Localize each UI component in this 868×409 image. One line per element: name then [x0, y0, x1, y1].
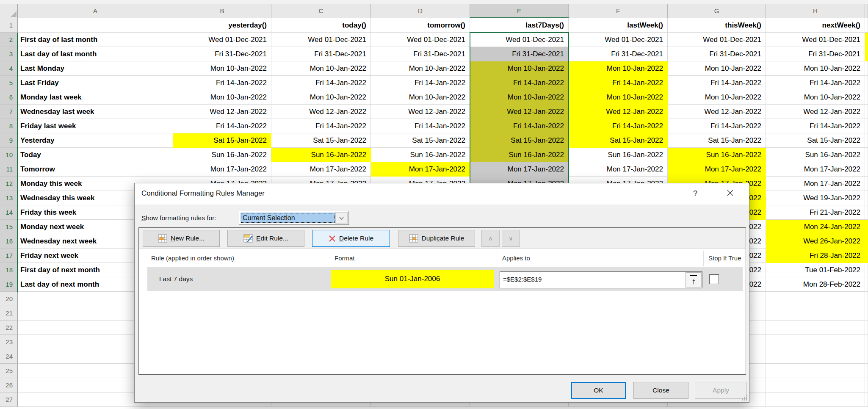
cell-A1[interactable] — [18, 18, 173, 33]
cell-F9[interactable]: Sat 15-Jan-2022 — [569, 133, 668, 148]
cell-I10[interactable] — [865, 148, 868, 162]
cell-A5[interactable]: Last Friday — [18, 76, 173, 90]
cell-C4[interactable]: Mon 10-Jan-2022 — [271, 61, 371, 76]
cell-H4[interactable]: Mon 10-Jan-2022 — [766, 61, 865, 76]
cell-D7[interactable]: Wed 12-Jan-2022 — [371, 105, 470, 119]
ok-button[interactable]: OK — [571, 382, 626, 399]
cell-E7[interactable]: Wed 12-Jan-2022 — [470, 105, 569, 119]
cell-G1[interactable]: thisWeek() — [668, 18, 766, 33]
cell-H18[interactable]: Tue 01-Feb-2022 — [766, 263, 865, 277]
cell-C7[interactable]: Wed 12-Jan-2022 — [271, 105, 371, 119]
cell-I15[interactable] — [865, 220, 868, 234]
cell-A9[interactable]: Yesterday — [18, 133, 173, 148]
cell-F11[interactable]: Mon 17-Jan-2022 — [569, 162, 668, 177]
cell-C11[interactable]: Mon 17-Jan-2022 — [271, 162, 371, 177]
cell-I26[interactable] — [865, 378, 868, 392]
cell-I24[interactable] — [865, 349, 868, 364]
row-header-10[interactable]: 10 — [0, 148, 18, 162]
row-header-27[interactable]: 27 — [0, 392, 18, 407]
column-header-E[interactable]: E — [470, 4, 569, 18]
row-header-25[interactable]: 25 — [0, 364, 18, 378]
cell-I2[interactable] — [865, 33, 868, 47]
cell-C3[interactable]: Fri 31-Dec-2021 — [271, 47, 371, 61]
cell-I21[interactable] — [865, 306, 868, 321]
cell-A2[interactable]: First day of last month — [18, 33, 173, 47]
move-rule-down-button[interactable]: ∨ — [502, 230, 520, 247]
row-header-18[interactable]: 18 — [0, 263, 18, 277]
cell-H14[interactable]: Fri 21-Jan-2022 — [766, 205, 865, 220]
cell-I11[interactable] — [865, 162, 868, 177]
row-header-23[interactable]: 23 — [0, 335, 18, 349]
column-header-partial[interactable] — [865, 4, 868, 18]
cell-H27[interactable] — [766, 392, 865, 407]
cell-G6[interactable]: Mon 10-Jan-2022 — [668, 90, 766, 105]
cell-I13[interactable] — [865, 191, 868, 205]
row-header-14[interactable]: 14 — [0, 205, 18, 220]
row-header-22[interactable]: 22 — [0, 321, 18, 335]
cell-C1[interactable]: today() — [271, 18, 371, 33]
cell-F3[interactable]: Fri 31-Dec-2021 — [569, 47, 668, 61]
new-rule-button[interactable]: New Rule... — [143, 230, 220, 247]
cell-G3[interactable]: Fri 31-Dec-2021 — [668, 47, 766, 61]
combo-dropdown-button[interactable] — [335, 212, 348, 224]
cell-H11[interactable]: Mon 17-Jan-2022 — [766, 162, 865, 177]
cell-F6[interactable]: Mon 10-Jan-2022 — [569, 90, 668, 105]
cell-C6[interactable]: Mon 10-Jan-2022 — [271, 90, 371, 105]
cell-H17[interactable]: Fri 28-Jan-2022 — [766, 249, 865, 263]
select-all-corner[interactable] — [0, 4, 18, 18]
cell-B9[interactable]: Sat 15-Jan-2022 — [173, 133, 271, 148]
cell-B1[interactable]: yesterday() — [173, 18, 271, 33]
cell-D6[interactable]: Mon 10-Jan-2022 — [371, 90, 470, 105]
cell-I3[interactable] — [865, 47, 868, 61]
cell-I27[interactable] — [865, 392, 868, 407]
cell-I20[interactable] — [865, 292, 868, 306]
cell-G2[interactable]: Wed 01-Dec-2021 — [668, 33, 766, 47]
row-header-24[interactable]: 24 — [0, 349, 18, 364]
cell-I5[interactable] — [865, 76, 868, 90]
cell-I22[interactable] — [865, 321, 868, 335]
cell-I18[interactable] — [865, 263, 868, 277]
cell-H7[interactable]: Wed 12-Jan-2022 — [766, 105, 865, 119]
cell-G7[interactable]: Wed 12-Jan-2022 — [668, 105, 766, 119]
cell-B8[interactable]: Fri 14-Jan-2022 — [173, 119, 271, 133]
cell-I17[interactable] — [865, 249, 868, 263]
cell-F1[interactable]: lastWeek() — [569, 18, 668, 33]
cell-H12[interactable]: Mon 17-Jan-2022 — [766, 177, 865, 191]
cell-G10[interactable]: Sun 16-Jan-2022 — [668, 148, 766, 162]
cell-E5[interactable]: Fri 14-Jan-2022 — [470, 76, 569, 90]
row-header-20[interactable]: 20 — [0, 292, 18, 306]
cell-C10[interactable]: Sun 16-Jan-2022 — [271, 148, 371, 162]
cell-E9[interactable]: Sat 15-Jan-2022 — [470, 133, 569, 148]
cell-E11[interactable]: Mon 17-Jan-2022 — [470, 162, 569, 177]
row-header-6[interactable]: 6 — [0, 90, 18, 105]
row-header-17[interactable]: 17 — [0, 249, 18, 263]
row-header-15[interactable]: 15 — [0, 220, 18, 234]
cell-H21[interactable] — [766, 306, 865, 321]
row-header-5[interactable]: 5 — [0, 76, 18, 90]
help-button[interactable]: ? — [688, 187, 702, 200]
cell-B7[interactable]: Wed 12-Jan-2022 — [173, 105, 271, 119]
cell-F5[interactable]: Fri 14-Jan-2022 — [569, 76, 668, 90]
cell-C9[interactable]: Sat 15-Jan-2022 — [271, 133, 371, 148]
row-header-12[interactable]: 12 — [0, 177, 18, 191]
cell-D2[interactable]: Wed 01-Dec-2021 — [371, 33, 470, 47]
cell-I19[interactable] — [865, 277, 868, 292]
cell-G5[interactable]: Fri 14-Jan-2022 — [668, 76, 766, 90]
cell-F4[interactable]: Mon 10-Jan-2022 — [569, 61, 668, 76]
cell-H3[interactable]: Fri 31-Dec-2021 — [766, 47, 865, 61]
cell-I16[interactable] — [865, 234, 868, 249]
cell-I7[interactable] — [865, 105, 868, 119]
cell-I1[interactable] — [865, 18, 868, 33]
cell-E4[interactable]: Mon 10-Jan-2022 — [470, 61, 569, 76]
collapse-dialog-button[interactable]: ↑ — [686, 272, 702, 287]
cell-D9[interactable]: Sat 15-Jan-2022 — [371, 133, 470, 148]
cell-A4[interactable]: Last Monday — [18, 61, 173, 76]
cell-H8[interactable]: Fri 14-Jan-2022 — [766, 119, 865, 133]
cell-H16[interactable]: Wed 26-Jan-2022 — [766, 234, 865, 249]
rule-row[interactable]: Last 7 days Sun 01-Jan-2006 =$E$2:$E$19 … — [147, 267, 743, 291]
cell-E8[interactable]: Fri 14-Jan-2022 — [470, 119, 569, 133]
rules-scope-select[interactable]: Current Selection — [239, 211, 349, 225]
duplicate-rule-button[interactable]: Duplicate Rule — [398, 230, 475, 247]
dialog-titlebar[interactable]: Conditional Formatting Rules Manager ? — [135, 183, 749, 204]
column-header-G[interactable]: G — [668, 4, 766, 18]
